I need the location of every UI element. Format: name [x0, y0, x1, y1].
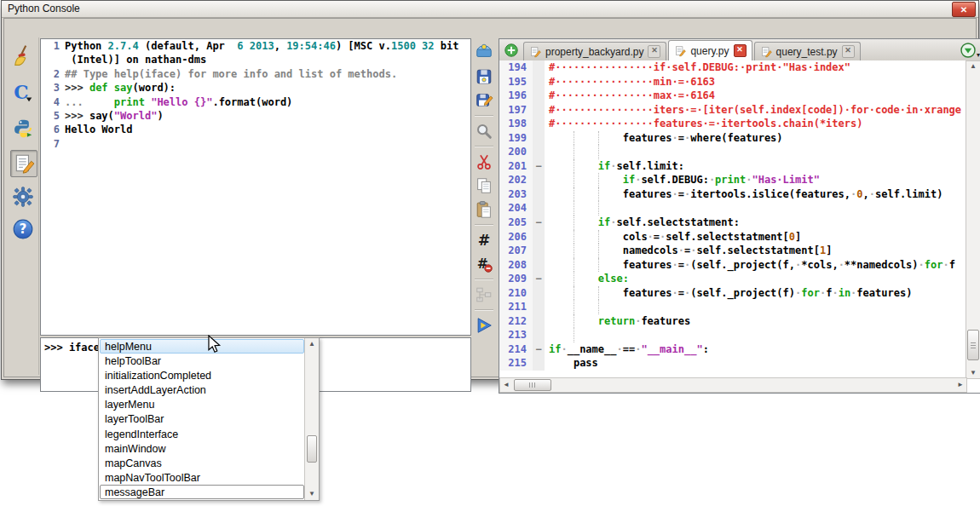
- autocomplete-item-messageBar[interactable]: messageBar: [100, 485, 304, 499]
- fold-margin: [533, 244, 545, 258]
- tab-close-icon[interactable]: ✕: [842, 45, 855, 58]
- tab-query.py[interactable]: query.py✕: [668, 40, 752, 60]
- tab-list-dropdown-icon[interactable]: [960, 43, 976, 58]
- fold-margin: [533, 286, 545, 301]
- autocomplete-item-mapCanvas[interactable]: mapCanvas: [100, 456, 304, 470]
- fold-margin: [533, 145, 545, 159]
- console-line-number: 2: [41, 67, 65, 81]
- settings-gear-icon[interactable]: [10, 184, 36, 210]
- fold-margin: [533, 103, 545, 118]
- scroll-right-icon[interactable]: ►: [957, 382, 964, 388]
- fold-margin: [533, 187, 545, 202]
- tab-query_test.py[interactable]: query_test.py✕: [754, 42, 861, 60]
- autocomplete-item-insertAddLayerAction[interactable]: insertAddLayerAction: [100, 382, 304, 397]
- run-script-icon[interactable]: [474, 315, 494, 336]
- editor-line-number: 205: [499, 216, 533, 230]
- fold-collapse-icon[interactable]: −: [533, 272, 545, 286]
- editor-line: 196#················max·=·6164: [499, 89, 967, 103]
- editor-line-number: 196: [499, 89, 533, 103]
- editor-line: 206 cols·=·self.selectstatment[0]: [499, 230, 967, 244]
- save-as-icon[interactable]: [474, 90, 494, 111]
- autocomplete-item-legendInterface[interactable]: legendInterface: [100, 427, 304, 441]
- clear-console-broom-icon[interactable]: [10, 43, 36, 68]
- editor-line-number: 213: [499, 328, 533, 342]
- editor-line: 195#················min·=·6163: [499, 75, 967, 89]
- import-class-python-icon[interactable]: [10, 116, 36, 141]
- find-text-icon[interactable]: [474, 121, 494, 141]
- editor-line: 212 return·features: [499, 314, 967, 329]
- window-close-button[interactable]: ✕: [952, 2, 976, 17]
- editor-line: 214−if·__name__·==·"__main__":: [499, 342, 967, 357]
- editor-line-number: 203: [499, 187, 533, 202]
- vscroll-thumb[interactable]: [967, 330, 979, 360]
- console-output-panel[interactable]: 1Python 2.7.4 (default, Apr 6 2013, 19:5…: [40, 38, 471, 336]
- console-line: 3>>> def say(word):: [41, 81, 470, 95]
- titlebar[interactable]: Python Console ✕: [2, 1, 978, 18]
- hscroll-thumb[interactable]: [514, 379, 551, 391]
- tab-close-icon[interactable]: ✕: [648, 45, 660, 58]
- uncomment-icon[interactable]: #: [474, 254, 494, 274]
- console-line-number: 4: [41, 95, 65, 109]
- fold-collapse-icon[interactable]: −: [533, 216, 545, 230]
- ac-scroll-thumb[interactable]: [307, 435, 317, 463]
- scroll-left-icon[interactable]: ◄: [503, 382, 510, 388]
- open-file-icon[interactable]: [474, 41, 494, 61]
- tab-property_backyard.py[interactable]: property_backyard.py✕: [523, 42, 666, 60]
- editor-line-number: 201: [499, 159, 533, 174]
- scroll-up-icon[interactable]: ▲: [966, 63, 980, 70]
- fold-margin: [533, 117, 545, 131]
- save-icon[interactable]: [474, 66, 494, 87]
- fold-margin: [533, 328, 545, 342]
- show-editor-icon[interactable]: [10, 150, 37, 177]
- scroll-up-icon[interactable]: ▲: [305, 341, 319, 348]
- scroll-down-icon[interactable]: ▼: [305, 491, 319, 497]
- autocomplete-item-initializationCompleted[interactable]: initializationCompleted: [100, 368, 304, 382]
- python-console-window: Python Console ✕ C? 1Python 2.7.4 (defau…: [1, 0, 979, 380]
- fold-margin: [533, 75, 545, 89]
- autocomplete-item-mainWindow[interactable]: mainWindow: [100, 441, 304, 456]
- editor-line: 201− if·self.limit:: [499, 159, 967, 174]
- editor-line: 208 features·=·(self._project(f,·*cols,·…: [499, 258, 967, 273]
- run-command-icon[interactable]: C: [10, 80, 36, 106]
- autocomplete-item-layerMenu[interactable]: layerMenu: [100, 397, 304, 411]
- autocomplete-item-helpToolBar[interactable]: helpToolBar: [100, 354, 304, 368]
- toolbar-separator: [475, 224, 493, 225]
- console-line-number: 1: [41, 39, 65, 53]
- copy-icon[interactable]: [474, 175, 494, 196]
- new-tab-button[interactable]: [504, 43, 518, 57]
- editor-line: 203 features·=·itertools.islice(features…: [499, 187, 967, 202]
- editor-line: 215 pass: [499, 356, 967, 371]
- console-left-toolbar: C?: [6, 37, 39, 375]
- editor-horizontal-scrollbar[interactable]: ◄ ►: [499, 377, 967, 393]
- help-icon[interactable]: ?: [10, 216, 36, 242]
- editor-line: 198#················features·=·itertools…: [499, 117, 967, 131]
- autocomplete-item-mapNavToolToolBar[interactable]: mapNavToolToolBar: [100, 470, 304, 485]
- editor-code-area[interactable]: 194#················if·self.DEBUG:·print…: [499, 60, 967, 379]
- editor-line-number: 194: [499, 60, 533, 75]
- fold-margin: [533, 314, 545, 329]
- toolbar-separator: [475, 115, 493, 116]
- cut-icon[interactable]: [474, 152, 494, 172]
- console-line: 7: [41, 137, 470, 151]
- fold-collapse-icon[interactable]: −: [533, 342, 545, 357]
- console-line-number: 6: [41, 123, 65, 136]
- autocomplete-item-layerToolBar[interactable]: layerToolBar: [100, 411, 304, 426]
- editor-vertical-scrollbar[interactable]: ▲ ▼: [966, 60, 980, 379]
- autocomplete-popup: helpMenuhelpToolBarinitializationComplet…: [98, 337, 320, 501]
- tab-close-icon[interactable]: ✕: [734, 44, 747, 57]
- editor-line-number: 215: [499, 356, 533, 371]
- autocomplete-scrollbar[interactable]: ▲ ▼: [304, 338, 319, 500]
- fold-collapse-icon[interactable]: −: [533, 159, 545, 174]
- editor-line: 202 if·self.DEBUG:·print·"Has·Limit": [499, 173, 967, 187]
- autocomplete-item-helpMenu[interactable]: helpMenu: [100, 339, 304, 354]
- editor-panel: property_backyard.py✕query.py✕query_test…: [499, 38, 980, 394]
- paste-icon[interactable]: [474, 199, 494, 220]
- console-line-number: 3: [41, 81, 65, 95]
- object-inspector-icon[interactable]: [474, 285, 494, 305]
- file-icon: [529, 46, 541, 58]
- comment-icon[interactable]: #: [474, 230, 494, 250]
- tab-list-caret-icon[interactable]: ▾: [977, 51, 980, 59]
- fold-margin: [533, 258, 545, 273]
- scroll-down-icon[interactable]: ▼: [966, 370, 980, 377]
- window-title: Python Console: [8, 3, 80, 14]
